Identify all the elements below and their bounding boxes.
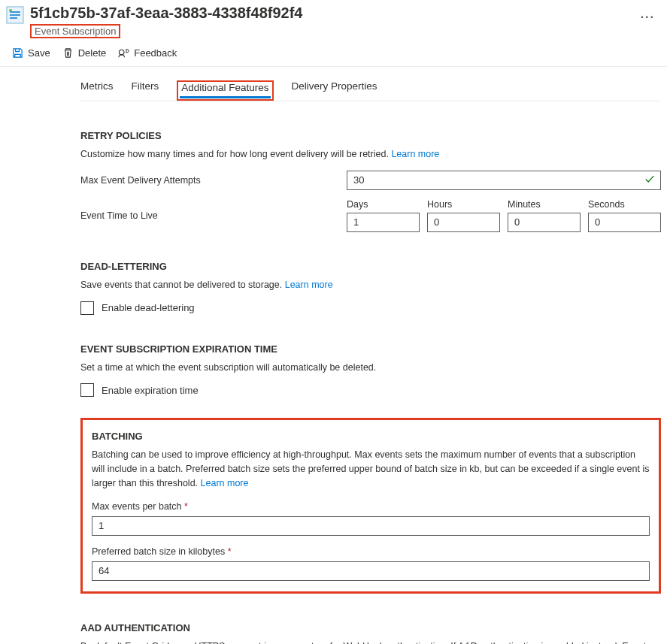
- tab-filters[interactable]: Filters: [132, 80, 159, 101]
- enable-deadletter-checkbox[interactable]: [80, 301, 94, 315]
- deadletter-desc: Save events that cannot be delivered to …: [80, 278, 661, 292]
- feedback-icon: [118, 47, 129, 59]
- ttl-days-input[interactable]: [347, 213, 420, 232]
- aad-section: AAD AUTHENTICATION By default Event Grid…: [80, 622, 661, 645]
- page-subtitle: Event Subscription: [30, 24, 120, 38]
- enable-expiration-label: Enable expiration time: [102, 385, 199, 396]
- batching-learn-more-link[interactable]: Learn more: [201, 478, 249, 488]
- max-events-label: Max events per batch *: [92, 501, 650, 512]
- event-subscription-icon: [6, 6, 24, 24]
- tab-additional-features[interactable]: Additional Features: [177, 80, 273, 101]
- enable-expiration-checkbox[interactable]: [80, 383, 94, 397]
- ttl-hours-label: Hours: [427, 199, 500, 210]
- ttl-minutes-label: Minutes: [508, 199, 581, 210]
- save-icon: [12, 47, 23, 59]
- expiration-section: EVENT SUBSCRIPTION EXPIRATION TIME Set a…: [80, 343, 661, 398]
- max-events-input[interactable]: [92, 516, 650, 536]
- page-title: 5f1cb75b-37af-3eaa-3883-4338f48f92f4: [30, 3, 635, 23]
- preferred-size-label: Preferred batch size in kilobytes *: [92, 546, 650, 557]
- delete-icon: [62, 47, 74, 59]
- retry-learn-more-link[interactable]: Learn more: [391, 149, 439, 159]
- retry-desc: Customize how many times and for how lon…: [80, 147, 661, 162]
- batching-desc: Batching can be used to improve efficien…: [92, 448, 650, 490]
- batching-section: BATCHING Batching can be used to improve…: [80, 418, 661, 593]
- preferred-size-input[interactable]: [92, 561, 650, 581]
- ttl-seconds-input[interactable]: [588, 213, 661, 232]
- tabs: Metrics Filters Additional Features Deli…: [80, 80, 661, 101]
- feedback-label: Feedback: [134, 47, 177, 59]
- ttl-hours-input[interactable]: [427, 213, 500, 232]
- toolbar: Save Delete Feedback: [0, 38, 667, 67]
- max-attempts-label: Max Event Delivery Attempts: [80, 175, 347, 186]
- aad-desc: By default Event Grid uses HTTPS query s…: [80, 639, 661, 645]
- aad-title: AAD AUTHENTICATION: [80, 622, 661, 633]
- tab-metrics[interactable]: Metrics: [80, 80, 114, 101]
- dead-lettering-section: DEAD-LETTERING Save events that cannot b…: [80, 261, 661, 315]
- expiration-desc: Set a time at which the event subscripti…: [80, 361, 661, 375]
- save-label: Save: [28, 47, 50, 59]
- retry-title: RETRY POLICIES: [80, 130, 661, 141]
- deadletter-title: DEAD-LETTERING: [80, 261, 661, 272]
- delete-label: Delete: [78, 47, 107, 59]
- enable-deadletter-label: Enable dead-lettering: [102, 302, 195, 313]
- save-button[interactable]: Save: [12, 47, 50, 59]
- ttl-days-label: Days: [347, 199, 420, 210]
- ttl-minutes-input[interactable]: [508, 213, 581, 232]
- svg-point-2: [120, 50, 125, 55]
- ttl-seconds-label: Seconds: [588, 199, 661, 210]
- ttl-label: Event Time to Live: [80, 210, 347, 221]
- deadletter-learn-more-link[interactable]: Learn more: [285, 280, 333, 290]
- batching-title: BATCHING: [92, 431, 650, 442]
- feedback-button[interactable]: Feedback: [118, 47, 177, 59]
- max-attempts-input[interactable]: [347, 171, 661, 190]
- retry-policies-section: RETRY POLICIES Customize how many times …: [80, 130, 661, 232]
- expiration-title: EVENT SUBSCRIPTION EXPIRATION TIME: [80, 343, 661, 355]
- tab-delivery-properties[interactable]: Delivery Properties: [292, 80, 377, 101]
- svg-point-1: [9, 9, 12, 12]
- delete-button[interactable]: Delete: [62, 47, 107, 59]
- more-button[interactable]: ···: [635, 8, 661, 27]
- check-icon: [644, 174, 655, 186]
